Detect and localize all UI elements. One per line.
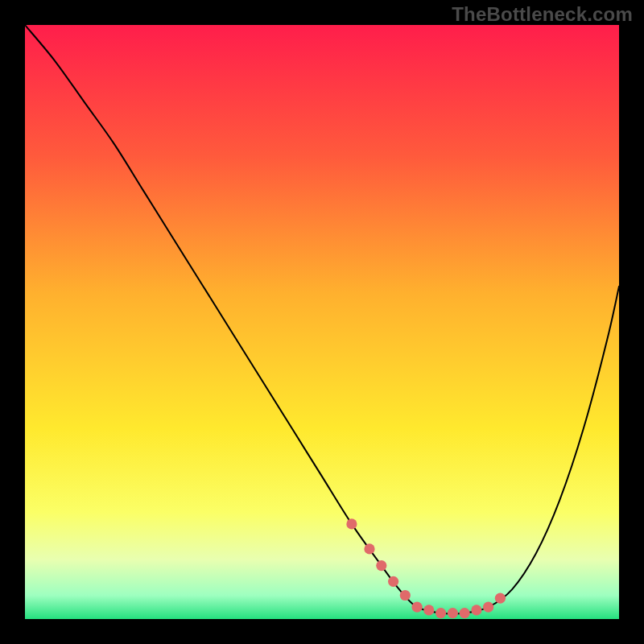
gradient-panel [25,25,619,619]
curve-marker [436,608,446,618]
watermark-text: TheBottleneck.com [452,3,633,26]
curve-marker [448,608,458,618]
curve-marker [346,518,357,529]
curve-marker [495,593,506,604]
chart-stage: TheBottleneck.com [0,0,644,644]
curve-marker [364,543,374,554]
curve-marker [423,605,434,615]
curve-marker [471,605,481,615]
curve-marker [460,608,470,618]
bottleneck-chart [0,0,644,644]
curve-marker [411,602,422,613]
curve-marker [376,560,386,571]
curve-marker [400,590,411,601]
curve-marker [388,576,398,587]
curve-marker [483,602,493,613]
